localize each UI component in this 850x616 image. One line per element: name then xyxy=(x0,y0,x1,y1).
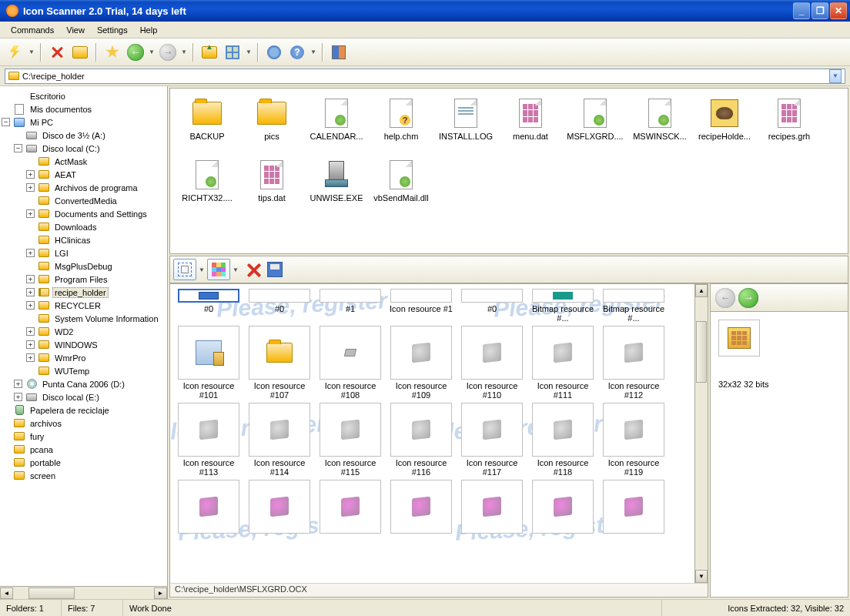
file-item[interactable]: recipeHolde... xyxy=(692,93,757,155)
select-all-button[interactable] xyxy=(173,259,196,280)
tree-node[interactable]: Mis documentos xyxy=(2,102,166,116)
exit-button[interactable] xyxy=(328,42,350,63)
open-folder-button[interactable] xyxy=(69,42,91,63)
color-dropdown[interactable]: ▼ xyxy=(232,266,239,273)
resource-item[interactable]: Icon resource #108 xyxy=(315,324,386,401)
folder-tree[interactable]: EscritorioMis documentos−Mi PCDisco de 3… xyxy=(0,86,167,586)
tree-node[interactable]: HClinicas xyxy=(2,233,166,246)
tree-node[interactable]: Downloads xyxy=(2,220,166,233)
resource-item[interactable]: Bitmap resource #... xyxy=(598,287,669,324)
resource-item[interactable]: Icon resource #116 xyxy=(386,401,457,478)
expand-toggle[interactable]: + xyxy=(26,170,35,179)
icon-vscroll[interactable]: ▲ ▼ xyxy=(694,284,708,583)
file-item[interactable]: menu.dat xyxy=(498,93,563,155)
resource-item[interactable]: Icon resource #109 xyxy=(386,324,457,401)
expand-toggle[interactable]: + xyxy=(26,327,35,336)
tree-node[interactable]: screen xyxy=(2,469,166,482)
file-item[interactable]: ?help.chm xyxy=(369,93,433,155)
scroll-thumb[interactable] xyxy=(28,588,75,599)
preview-back-button[interactable]: ← xyxy=(715,288,735,308)
preview-forward-button[interactable]: → xyxy=(738,288,758,308)
tree-node[interactable]: +AEAT xyxy=(2,168,166,181)
save-button[interactable] xyxy=(264,259,286,280)
file-item[interactable]: MSFLXGRD.... xyxy=(563,93,627,155)
expand-toggle[interactable]: + xyxy=(26,209,35,218)
view-mode-button[interactable] xyxy=(222,42,243,63)
tree-node[interactable]: Disco de 3½ (A:) xyxy=(2,129,166,142)
up-button[interactable]: ▲ xyxy=(199,42,220,63)
select-dropdown[interactable]: ▼ xyxy=(198,266,206,273)
resource-item[interactable] xyxy=(315,478,386,555)
scroll-down[interactable]: ▼ xyxy=(695,570,708,583)
tree-node[interactable]: +RECYCLER xyxy=(2,299,166,312)
tree-node[interactable]: +Documents and Settings xyxy=(2,207,166,220)
resource-item[interactable]: Icon resource #117 xyxy=(457,401,527,478)
resource-item[interactable]: Bitmap resource #... xyxy=(527,287,598,324)
resource-item[interactable]: Icon resource #111 xyxy=(527,324,598,401)
icon-grid[interactable]: Please, register Please, register Please… xyxy=(170,284,694,583)
resource-item[interactable] xyxy=(244,478,315,555)
tree-node[interactable]: +LGI xyxy=(2,246,166,259)
forward-dropdown[interactable]: ▼ xyxy=(180,49,188,55)
preview-thumbnail[interactable] xyxy=(718,320,760,357)
favorites-button[interactable] xyxy=(102,42,123,63)
expand-toggle[interactable]: − xyxy=(14,144,22,152)
minimize-button[interactable]: _ xyxy=(793,2,810,19)
resource-item[interactable]: #0 xyxy=(173,287,244,324)
tree-node[interactable]: +WINDOWS xyxy=(2,338,166,351)
view-mode-dropdown[interactable]: ▼ xyxy=(245,49,253,55)
file-item[interactable]: UNWISE.EXE xyxy=(304,155,369,216)
resource-item[interactable] xyxy=(173,478,244,555)
address-combo[interactable]: C:\recipe_holder ▼ xyxy=(5,69,845,84)
tree-node[interactable]: pcana xyxy=(2,443,166,456)
expand-toggle[interactable]: + xyxy=(26,183,35,192)
forward-button[interactable]: → xyxy=(157,42,179,63)
tree-node[interactable]: archivos xyxy=(2,417,166,430)
menu-view[interactable]: View xyxy=(60,24,91,36)
menu-settings[interactable]: Settings xyxy=(91,24,134,36)
resource-item[interactable]: Icon resource #1 xyxy=(386,287,457,324)
resource-item[interactable]: Icon resource #115 xyxy=(315,401,386,478)
expand-toggle[interactable]: + xyxy=(26,275,35,283)
help-dropdown[interactable]: ▼ xyxy=(310,49,317,55)
scan-button[interactable] xyxy=(5,42,26,63)
file-item[interactable]: recipes.grh xyxy=(757,93,822,155)
resource-item[interactable] xyxy=(386,478,457,555)
resource-item[interactable]: Icon resource #119 xyxy=(598,401,669,478)
tree-node[interactable]: +WD2 xyxy=(2,325,166,338)
help-button[interactable]: ? xyxy=(286,42,308,63)
tree-node[interactable]: Papelera de reciclaje xyxy=(2,403,166,417)
scroll-thumb[interactable] xyxy=(696,321,707,383)
tree-node[interactable]: +Punta Cana 2006 (D:) xyxy=(2,377,166,390)
tree-node[interactable]: +recipe_holder xyxy=(2,286,166,299)
sidebar-hscroll[interactable]: ◄ ► xyxy=(0,586,167,599)
file-item[interactable]: MSWINSCK... xyxy=(627,93,692,155)
tree-node[interactable]: −Disco local (C:) xyxy=(2,142,166,155)
file-item[interactable]: BACKUP xyxy=(175,93,239,155)
expand-toggle[interactable]: − xyxy=(2,118,10,126)
scroll-left[interactable]: ◄ xyxy=(0,588,13,599)
resource-item[interactable]: #0 xyxy=(457,287,527,324)
file-item[interactable]: INSTALL.LOG xyxy=(433,93,498,155)
scroll-up[interactable]: ▲ xyxy=(695,284,708,297)
tree-node[interactable]: −Mi PC xyxy=(2,116,166,129)
tree-node[interactable]: ConvertedMedia xyxy=(2,194,166,207)
resource-item[interactable]: #1 xyxy=(315,287,386,324)
expand-toggle[interactable]: + xyxy=(26,301,35,310)
tree-node[interactable]: Escritorio xyxy=(2,89,166,102)
color-view-button[interactable] xyxy=(207,259,230,280)
maximize-button[interactable]: ❐ xyxy=(812,2,828,19)
scroll-right[interactable]: ► xyxy=(154,588,167,599)
resource-item[interactable] xyxy=(457,478,527,555)
resource-item[interactable]: Icon resource #101 xyxy=(173,324,244,401)
scan-dropdown[interactable]: ▼ xyxy=(28,49,35,55)
tree-node[interactable]: +Archivos de programa xyxy=(2,181,166,194)
back-dropdown[interactable]: ▼ xyxy=(148,49,156,55)
tree-node[interactable]: portable xyxy=(2,456,166,469)
file-item[interactable]: tips.dat xyxy=(239,155,304,216)
resource-item[interactable]: Icon resource #113 xyxy=(173,401,244,478)
settings-button[interactable] xyxy=(263,42,285,63)
resource-item[interactable]: Icon resource #118 xyxy=(527,401,598,478)
close-button[interactable]: ✕ xyxy=(830,2,847,19)
back-button[interactable]: ← xyxy=(125,42,146,63)
